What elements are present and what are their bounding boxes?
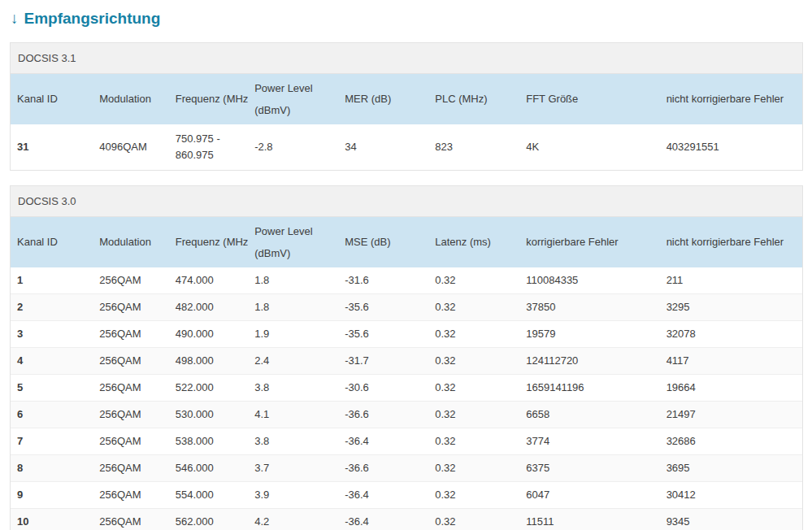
cell: -31.6	[338, 267, 428, 294]
cell: 19664	[660, 374, 802, 401]
column-header: PLC (MHz)	[428, 74, 519, 124]
cell: 0.32	[428, 320, 519, 347]
cell: 7	[11, 428, 93, 454]
cell: 110084335	[519, 267, 659, 294]
cell: 403291551	[660, 124, 802, 170]
column-header: Power Level (dBmV)	[248, 74, 338, 124]
cell: 4K	[519, 124, 659, 170]
data-table-docsis-31: Kanal IDModulationFrequenz (MHz)Power Le…	[11, 74, 802, 170]
page: ↓ Empfangsrichtung DOCSIS 3.1Kanal IDMod…	[0, 0, 812, 530]
cell: 3.8	[248, 374, 338, 401]
cell: 256QAM	[93, 508, 169, 530]
cell: 1.9	[248, 320, 338, 347]
cell: 530.000	[169, 401, 248, 428]
column-header: nicht korrigierbare Fehler	[660, 74, 802, 124]
table-row: 10256QAM562.0004.2-36.40.32115119345	[11, 508, 802, 530]
cell: 3.9	[248, 481, 338, 508]
cell: 554.000	[169, 481, 248, 508]
cell: 0.32	[428, 401, 519, 428]
table-row: 314096QAM750.975 - 860.975-2.8348234K403…	[11, 124, 802, 170]
cell: 2	[11, 293, 93, 320]
column-header: Modulation	[93, 74, 169, 124]
cell: 10	[11, 508, 93, 530]
cell: 256QAM	[93, 374, 169, 401]
table-row: 3256QAM490.0001.9-35.60.321957932078	[11, 320, 802, 347]
cell: -36.4	[338, 481, 428, 508]
cell: -36.6	[338, 401, 428, 428]
table-row: 1256QAM474.0001.8-31.60.32110084335211	[11, 267, 802, 294]
cell: 4.1	[248, 401, 338, 428]
column-header: Power Level (dBmV)	[248, 217, 338, 267]
column-header: MSE (dB)	[338, 217, 428, 267]
column-header: MER (dB)	[338, 74, 428, 124]
cell: 4096QAM	[93, 124, 169, 170]
cell: -36.6	[338, 454, 428, 481]
cell: 30412	[660, 481, 802, 508]
cell: 6375	[519, 454, 659, 481]
cell: 0.32	[428, 428, 519, 454]
section-title-docsis-30: DOCSIS 3.0	[11, 186, 802, 217]
cell: 4.2	[248, 508, 338, 530]
cell: -35.6	[338, 320, 428, 347]
cell: 490.000	[169, 320, 248, 347]
header-row: Kanal IDModulationFrequenz (MHz)Power Le…	[11, 217, 802, 267]
cell: 538.000	[169, 428, 248, 454]
column-header: Modulation	[93, 217, 169, 267]
table-row: 9256QAM554.0003.9-36.40.32604730412	[11, 481, 802, 508]
cell: 3695	[660, 454, 802, 481]
column-header: FFT Größe	[519, 74, 659, 124]
column-header: korrigierbare Fehler	[519, 217, 659, 267]
cell: 823	[428, 124, 519, 170]
cell: 3	[11, 320, 93, 347]
cell: 31	[11, 124, 93, 170]
cell: 32686	[660, 428, 802, 454]
column-header: Kanal ID	[11, 74, 93, 124]
cell: 0.32	[428, 267, 519, 294]
cell: 256QAM	[93, 267, 169, 294]
cell: 6658	[519, 401, 659, 428]
cell: -2.8	[248, 124, 338, 170]
cell: 0.32	[428, 347, 519, 374]
cell: -31.7	[338, 347, 428, 374]
cell: 0.32	[428, 454, 519, 481]
cell: 546.000	[169, 454, 248, 481]
table-block-docsis-31: DOCSIS 3.1Kanal IDModulationFrequenz (MH…	[10, 42, 803, 171]
data-table-docsis-30: Kanal IDModulationFrequenz (MHz)Power Le…	[11, 217, 802, 530]
cell: 256QAM	[93, 428, 169, 454]
cell: 0.32	[428, 481, 519, 508]
cell: 9	[11, 481, 93, 508]
cell: 0.32	[428, 508, 519, 530]
cell: 256QAM	[93, 347, 169, 374]
cell: 3.8	[248, 428, 338, 454]
page-title: ↓ Empfangsrichtung	[11, 10, 803, 28]
cell: 211	[660, 267, 802, 294]
cell: 5	[11, 374, 93, 401]
cell: 256QAM	[93, 481, 169, 508]
cell: 3295	[660, 293, 802, 320]
cell: -35.6	[338, 293, 428, 320]
cell: 256QAM	[93, 320, 169, 347]
cell: 19579	[519, 320, 659, 347]
table-row: 7256QAM538.0003.8-36.40.32377432686	[11, 428, 802, 454]
cell: 474.000	[169, 267, 248, 294]
cell: 3.7	[248, 454, 338, 481]
column-header: Frequenz (MHz)	[169, 217, 248, 267]
cell: 6047	[519, 481, 659, 508]
cell: 1.8	[248, 267, 338, 294]
column-header: Kanal ID	[11, 217, 93, 267]
down-arrow-icon: ↓	[11, 10, 19, 28]
table-block-docsis-30: DOCSIS 3.0Kanal IDModulationFrequenz (MH…	[10, 185, 803, 530]
cell: 21497	[660, 401, 802, 428]
table-row: 4256QAM498.0002.4-31.70.321241127204117	[11, 347, 802, 374]
section-title-docsis-31: DOCSIS 3.1	[11, 43, 802, 74]
cell: 750.975 - 860.975	[169, 124, 248, 170]
cell: 0.32	[428, 293, 519, 320]
cell: 482.000	[169, 293, 248, 320]
cell: 562.000	[169, 508, 248, 530]
cell: 0.32	[428, 374, 519, 401]
cell: -36.4	[338, 508, 428, 530]
cell: 124112720	[519, 347, 659, 374]
table-row: 2256QAM482.0001.8-35.60.32378503295	[11, 293, 802, 320]
column-header: Latenz (ms)	[428, 217, 519, 267]
cell: 256QAM	[93, 293, 169, 320]
